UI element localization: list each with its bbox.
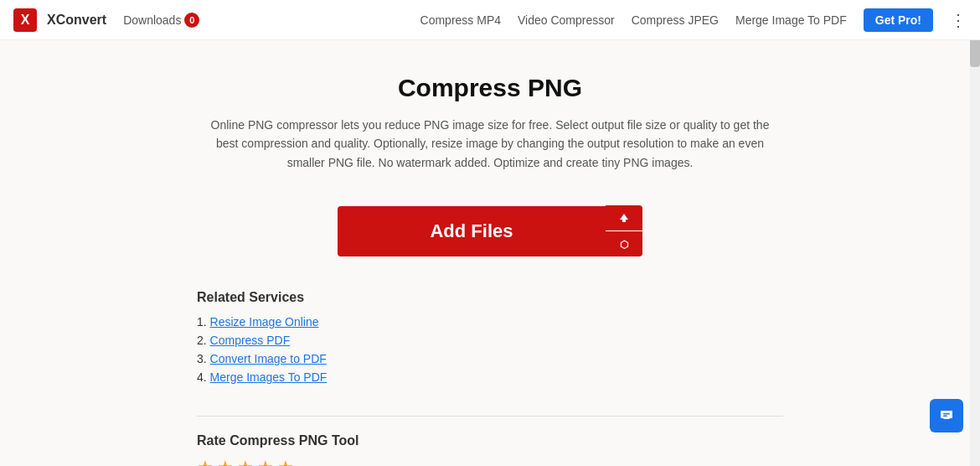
main-content: Compress PNG Online PNG compressor lets … bbox=[0, 40, 980, 466]
nav-merge-image-pdf[interactable]: Merge Image To PDF bbox=[735, 13, 847, 27]
related-services-title: Related Services bbox=[197, 290, 783, 305]
add-files-button[interactable]: Add Files bbox=[338, 206, 606, 256]
rate-title: Rate Compress PNG Tool bbox=[197, 433, 783, 448]
scrollbar-track[interactable] bbox=[970, 0, 980, 466]
svg-rect-2 bbox=[622, 220, 626, 222]
rate-section: Rate Compress PNG Tool ★ ★ ★ ★ ★ bbox=[197, 416, 783, 466]
list-item: 4. Merge Images To PDF bbox=[197, 370, 783, 384]
get-pro-button[interactable]: Get Pro! bbox=[864, 8, 933, 32]
star-3[interactable]: ★ bbox=[237, 457, 254, 466]
upload-from-device-button[interactable] bbox=[606, 205, 642, 230]
star-1[interactable]: ★ bbox=[197, 457, 214, 466]
related-link-resize-image[interactable]: Resize Image Online bbox=[210, 315, 319, 329]
upload-icon bbox=[616, 210, 632, 225]
dropbox-icon: ⬡ bbox=[616, 236, 632, 251]
upload-from-dropbox-button[interactable]: ⬡ bbox=[606, 231, 642, 256]
navbar-left: X XConvert Downloads 0 bbox=[13, 8, 206, 32]
chat-icon bbox=[937, 406, 956, 425]
related-services-list: 1. Resize Image Online 2. Compress PDF 3… bbox=[197, 315, 783, 384]
logo-icon[interactable]: X bbox=[13, 8, 37, 32]
page-title: Compress PNG bbox=[398, 74, 582, 102]
related-services-section: Related Services 1. Resize Image Online … bbox=[197, 290, 783, 389]
upload-section: Add Files ⬡ bbox=[338, 205, 642, 256]
stars-container: ★ ★ ★ ★ ★ bbox=[197, 457, 783, 466]
chat-widget-button[interactable] bbox=[930, 399, 963, 432]
star-4[interactable]: ★ bbox=[257, 457, 274, 466]
downloads-button[interactable]: Downloads 0 bbox=[116, 9, 206, 31]
nav-compress-mp4[interactable]: Compress MP4 bbox=[420, 13, 501, 27]
star-2[interactable]: ★ bbox=[217, 457, 234, 466]
more-menu-button[interactable]: ⋮ bbox=[950, 10, 967, 30]
navbar-right: Compress MP4 Video Compressor Compress J… bbox=[420, 8, 967, 32]
svg-text:⬡: ⬡ bbox=[620, 239, 629, 251]
list-item: 2. Compress PDF bbox=[197, 334, 783, 347]
related-link-convert-image-pdf[interactable]: Convert Image to PDF bbox=[210, 352, 327, 365]
nav-compress-jpeg[interactable]: Compress JPEG bbox=[632, 13, 719, 27]
downloads-badge: 0 bbox=[184, 13, 199, 28]
related-link-merge-images-pdf[interactable]: Merge Images To PDF bbox=[210, 370, 328, 384]
navbar: X XConvert Downloads 0 Compress MP4 Vide… bbox=[0, 0, 980, 40]
list-item: 3. Convert Image to PDF bbox=[197, 352, 783, 365]
side-buttons: ⬡ bbox=[606, 205, 642, 256]
svg-rect-8 bbox=[943, 416, 947, 417]
nav-video-compressor[interactable]: Video Compressor bbox=[518, 13, 615, 27]
svg-rect-7 bbox=[943, 413, 950, 415]
brand-name[interactable]: XConvert bbox=[47, 13, 106, 28]
downloads-label: Downloads bbox=[123, 13, 181, 27]
related-link-compress-pdf[interactable]: Compress PDF bbox=[210, 334, 291, 347]
page-description: Online PNG compressor lets you reduce PN… bbox=[205, 116, 775, 172]
list-item: 1. Resize Image Online bbox=[197, 315, 783, 329]
star-5[interactable]: ★ bbox=[277, 457, 294, 466]
